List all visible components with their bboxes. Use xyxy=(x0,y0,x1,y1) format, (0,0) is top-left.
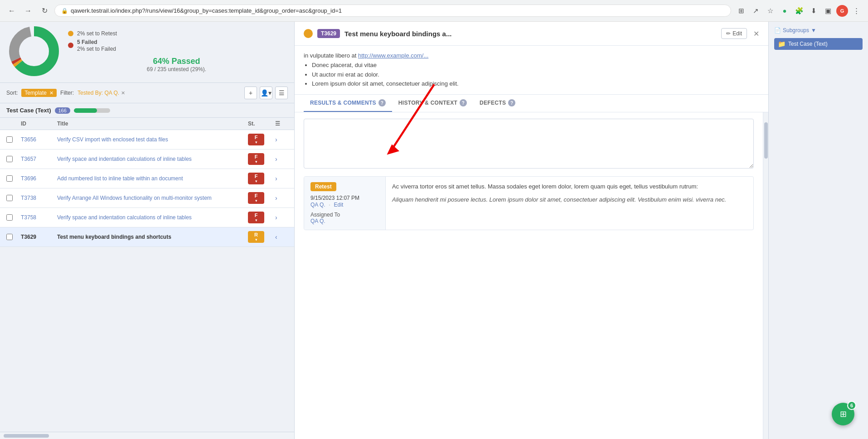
row-title: Verify space and indentation calculation… xyxy=(57,156,248,162)
row-expand-icon[interactable]: ‹ xyxy=(275,233,288,241)
filter-bar: Sort: Template ✕ Filter: Tested By: QA Q… xyxy=(0,83,294,103)
columns-icon: ☰ xyxy=(279,89,285,96)
history-help-icon[interactable]: ? xyxy=(460,99,467,106)
table-row[interactable]: T3657 Verify space and indentation calcu… xyxy=(0,150,294,169)
result-edit-link[interactable]: Edit xyxy=(334,202,344,208)
columns-button[interactable]: ☰ xyxy=(275,87,288,99)
tab-history-label: HISTORY & CONTEXT xyxy=(398,100,457,106)
subgroup-item-label: Test Case (Text) xyxy=(788,41,828,47)
untested-text: 69 / 235 untested (29%). xyxy=(68,66,285,72)
status-letter: F xyxy=(255,154,258,159)
result-user-line: QA Q. · Edit xyxy=(310,201,379,208)
extension-green-icon[interactable]: ● xyxy=(778,5,791,17)
subgroups-header[interactable]: 📄 Subgroups ▼ xyxy=(774,27,863,34)
grid-icon: ⊞ xyxy=(840,409,847,419)
status-letter: F xyxy=(255,135,258,140)
status-letter: F xyxy=(255,193,258,198)
failed-stat: 5 Failed 2% set to Failed xyxy=(68,39,285,52)
close-button[interactable]: ✕ xyxy=(753,29,759,38)
content-link[interactable]: http://www.example.com/... xyxy=(358,52,428,59)
status-container: F ▾ xyxy=(248,192,275,204)
status-letter: F xyxy=(255,174,258,179)
float-button[interactable]: 6 ⊞ xyxy=(832,403,854,425)
subgroup-item[interactable]: 📁 Test Case (Text) xyxy=(774,38,863,50)
sort-tag-close[interactable]: ✕ xyxy=(49,90,53,96)
sidebar-icon[interactable]: ▣ xyxy=(822,5,834,17)
table-row[interactable]: T3629 Test menu keyboard bindings and sh… xyxy=(0,227,294,247)
failed-count: 5 Failed xyxy=(77,39,97,45)
defects-help-icon[interactable]: ? xyxy=(508,99,515,106)
result-user[interactable]: QA Q. xyxy=(310,202,325,208)
url-text: qawerk.testrail.io/index.php?/runs/view/… xyxy=(71,7,342,14)
row-checkbox[interactable] xyxy=(6,156,13,162)
row-checkbox[interactable] xyxy=(6,195,13,201)
detail-scrollbar[interactable] xyxy=(763,112,768,439)
result-body-italic: Aliquam hendrerit mi posuere lectus. Lor… xyxy=(392,195,747,205)
row-checkbox[interactable] xyxy=(6,136,13,143)
table-row[interactable]: T3738 Verify Arrange All Windows functio… xyxy=(0,188,294,208)
status-button[interactable]: F ▾ xyxy=(248,173,264,184)
address-bar[interactable]: 🔒 qawerk.testrail.io/index.php?/runs/vie… xyxy=(54,5,731,17)
status-container: F ▾ xyxy=(248,212,275,223)
refresh-button[interactable]: ↻ xyxy=(38,5,51,17)
row-expand-icon[interactable]: › xyxy=(275,155,288,163)
back-button[interactable]: ← xyxy=(5,5,18,17)
passed-section: 64% Passed 69 / 235 untested (29%). xyxy=(68,57,285,72)
translate-icon[interactable]: ⊞ xyxy=(735,5,747,17)
tab-results[interactable]: RESULTS & COMMENTS ? xyxy=(304,95,392,112)
tab-history[interactable]: HISTORY & CONTEXT ? xyxy=(392,95,473,112)
comment-textarea[interactable] xyxy=(304,119,754,169)
results-help-icon[interactable]: ? xyxy=(378,99,386,106)
status-button[interactable]: F ▾ xyxy=(248,134,264,145)
subgroups-chevron: ▼ xyxy=(811,27,816,34)
sort-template-tag[interactable]: Template ✕ xyxy=(21,89,57,97)
status-container: F ▾ xyxy=(248,134,275,145)
download-icon[interactable]: ⬇ xyxy=(807,5,820,17)
test-id-badge: T3629 xyxy=(317,29,340,38)
status-button[interactable]: F ▾ xyxy=(248,192,264,204)
bookmark-icon[interactable]: ☆ xyxy=(764,5,776,17)
assign-button[interactable]: 👤 ▾ xyxy=(260,87,272,99)
result-meta: Retest 9/15/2023 12:07 PM QA Q. · Edit A… xyxy=(304,177,386,230)
row-expand-icon[interactable]: › xyxy=(275,214,288,221)
row-expand-icon[interactable]: › xyxy=(275,194,288,202)
horizontal-scroll-thumb xyxy=(4,434,49,438)
bottom-scrollbar[interactable] xyxy=(0,432,294,439)
status-button[interactable]: F ▾ xyxy=(248,153,264,165)
forward-button[interactable]: → xyxy=(22,5,34,17)
row-title: Verify CSV import with enclosed test dat… xyxy=(57,136,248,143)
sort-label: Sort: xyxy=(6,90,18,96)
row-checkbox[interactable] xyxy=(6,214,13,221)
status-container: F ▾ xyxy=(248,173,275,184)
tab-defects[interactable]: DEFECTS ? xyxy=(473,95,522,112)
row-expand-icon[interactable]: › xyxy=(275,175,288,182)
row-expand-icon[interactable]: › xyxy=(275,136,288,143)
table-row[interactable]: T3696 Add numbered list to inline table … xyxy=(0,169,294,188)
edit-pencil-icon: ✏ xyxy=(726,30,731,37)
share-icon[interactable]: ↗ xyxy=(749,5,762,17)
edit-button[interactable]: ✏ Edit xyxy=(721,28,747,39)
table-row[interactable]: T3656 Verify CSV import with enclosed te… xyxy=(0,130,294,150)
lock-icon: 🔒 xyxy=(61,8,68,14)
scrollbar-thumb xyxy=(764,122,768,159)
col-title: Title xyxy=(57,121,248,127)
status-container: F ▾ xyxy=(248,153,275,165)
row-checkbox[interactable] xyxy=(6,175,13,182)
result-entry: Retest 9/15/2023 12:07 PM QA Q. · Edit A… xyxy=(304,176,754,230)
puzzle-icon[interactable]: 🧩 xyxy=(793,5,805,17)
filter-tested-close[interactable]: ✕ xyxy=(121,90,125,96)
table-row[interactable]: T3758 Verify space and indentation calcu… xyxy=(0,208,294,227)
result-status-badge: Retest xyxy=(310,182,336,191)
content-item-1: Donec placerat, dui vitae xyxy=(312,61,759,70)
row-title: Add numbered list to inline table within… xyxy=(57,175,248,182)
add-filter-button[interactable]: + xyxy=(244,87,257,99)
status-letter: F xyxy=(255,212,258,218)
result-body-text: Ac viverra tortor eros sit amet tellus. … xyxy=(392,182,747,192)
profile-avatar[interactable]: G xyxy=(836,5,848,17)
menu-icon[interactable]: ⋮ xyxy=(850,5,863,17)
status-button[interactable]: F ▾ xyxy=(248,212,264,223)
status-button[interactable]: R ▾ xyxy=(248,231,264,243)
failed-sub: 2% set to Failed xyxy=(77,46,116,52)
row-checkbox[interactable] xyxy=(6,234,13,240)
retest-stat: 2% set to Retest xyxy=(68,30,285,37)
